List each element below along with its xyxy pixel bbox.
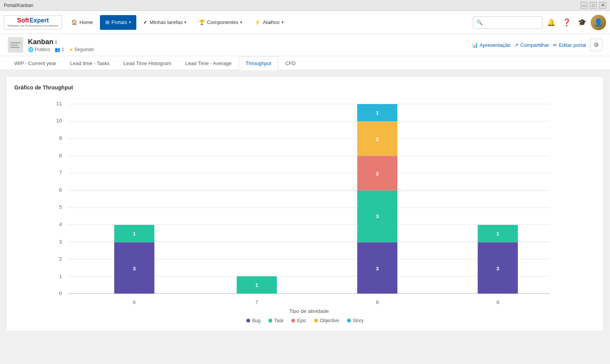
compartilhar-link[interactable]: ↗ Compartilhar bbox=[514, 42, 549, 48]
tab-wip-current-year[interactable]: WIP - Current year bbox=[8, 56, 63, 70]
public-label: Público bbox=[35, 47, 50, 52]
logo-soft: Soft bbox=[17, 17, 29, 24]
legend-bug-dot bbox=[246, 319, 250, 323]
svg-text:1: 1 bbox=[376, 110, 379, 116]
svg-text:2: 2 bbox=[376, 136, 379, 142]
svg-text:1: 1 bbox=[255, 282, 258, 288]
atalhos-button[interactable]: ⚡ Atalhos ▾ bbox=[249, 15, 289, 30]
minhas-tarefas-arrow: ▾ bbox=[184, 20, 186, 24]
chart-panel: Gráfico de Throughput bbox=[6, 76, 604, 331]
gear-icon: ⚙ bbox=[594, 41, 599, 48]
home-button[interactable]: 🏠 Home bbox=[66, 15, 98, 30]
svg-text:1: 1 bbox=[133, 231, 136, 237]
svg-text:0: 0 bbox=[59, 290, 62, 296]
bell-icon: 🔔 bbox=[547, 18, 555, 27]
svg-text:3: 3 bbox=[376, 213, 379, 219]
title-bar: Portal/Kanban — □ ✕ bbox=[0, 0, 610, 11]
apresentacao-link[interactable]: 📊 Apresentação bbox=[472, 42, 510, 48]
legend-task: Task bbox=[268, 318, 284, 323]
chart-legend: Bug Task Epic Objective Story bbox=[14, 318, 596, 323]
legend-epic: Epic bbox=[291, 318, 306, 323]
home-icon: 🏠 bbox=[71, 19, 77, 25]
followers-icon: 👥 bbox=[55, 47, 60, 52]
svg-text:2: 2 bbox=[376, 171, 379, 177]
legend-story-label: Story bbox=[353, 318, 364, 323]
graduation-icon: 🎓 bbox=[578, 18, 586, 27]
logo-tagline: Software for Performance Excellence bbox=[7, 24, 58, 27]
main-content: Gráfico de Throughput bbox=[0, 70, 610, 362]
followers-count: 1 bbox=[62, 47, 64, 52]
tab-lead-time-tasks[interactable]: Lead time - Tasks bbox=[64, 56, 116, 70]
componentes-label: Componentes bbox=[207, 19, 238, 25]
tabs-bar: WIP - Current year Lead time - Tasks Lea… bbox=[0, 56, 610, 70]
legend-story: Story bbox=[347, 318, 364, 323]
tab-throughput[interactable]: Throughput bbox=[239, 56, 278, 70]
chart-container: 0 1 2 3 4 5 6 7 8 9 10 11 3 1 bbox=[14, 97, 596, 323]
lightning-icon: ⚡ bbox=[254, 19, 261, 25]
minimize-button[interactable]: — bbox=[581, 2, 588, 9]
trophy-icon: 🏆 bbox=[199, 19, 205, 25]
portais-button[interactable]: ⊞ Portais ▾ bbox=[100, 15, 136, 30]
editar-portal-link[interactable]: ✏ Editar portal bbox=[553, 42, 586, 48]
tab-throughput-label: Throughput bbox=[246, 60, 271, 66]
tab-lead-time-average[interactable]: Lead Time - Average bbox=[179, 56, 238, 70]
componentes-arrow: ▾ bbox=[240, 20, 242, 24]
presentation-icon: 📊 bbox=[472, 42, 478, 48]
visibility-item: 🌐 Público bbox=[28, 47, 50, 52]
logo-area: Soft Expert Software for Performance Exc… bbox=[4, 15, 62, 29]
compartilhar-label: Compartilhar bbox=[520, 42, 549, 48]
kanban-icon-line-1 bbox=[10, 42, 21, 43]
help-button[interactable]: ❓ bbox=[560, 15, 574, 29]
search-input[interactable] bbox=[484, 19, 539, 25]
logo[interactable]: Soft Expert Software for Performance Exc… bbox=[4, 15, 62, 29]
svg-text:3: 3 bbox=[497, 266, 500, 271]
portais-label: Portais bbox=[112, 19, 127, 25]
svg-text:6: 6 bbox=[59, 187, 62, 193]
minhas-tarefas-button[interactable]: ✔ Minhas tarefas ▾ bbox=[138, 15, 192, 30]
atalhos-label: Atalhos bbox=[263, 19, 279, 25]
kanban-icon bbox=[8, 37, 23, 53]
check-icon: ✔ bbox=[143, 19, 148, 25]
sub-header-actions: 📊 Apresentação ↗ Compartilhar ✏ Editar p… bbox=[472, 39, 602, 51]
sub-header: Kanban ℹ 🌐 Público 👥 1 ★ Seguindo bbox=[0, 34, 610, 56]
svg-text:8: 8 bbox=[59, 153, 62, 158]
svg-text:9: 9 bbox=[497, 299, 500, 305]
notifications-button[interactable]: 🔔 bbox=[544, 15, 558, 29]
help-icon: ❓ bbox=[562, 18, 571, 27]
chart-title: Gráfico de Throughput bbox=[14, 84, 596, 91]
tab-histogram-label: Lead Time Histogram bbox=[124, 60, 172, 66]
kanban-icon-lines bbox=[10, 42, 21, 48]
minhas-tarefas-label: Minhas tarefas bbox=[149, 19, 182, 25]
tab-cfd[interactable]: CFD bbox=[279, 56, 302, 70]
chart-svg: 0 1 2 3 4 5 6 7 8 9 10 11 3 1 bbox=[14, 97, 596, 314]
graduation-button[interactable]: 🎓 bbox=[575, 15, 589, 29]
svg-text:10: 10 bbox=[56, 118, 62, 124]
close-button[interactable]: ✕ bbox=[599, 2, 606, 9]
search-box[interactable]: 🔍 bbox=[473, 16, 543, 29]
legend-task-label: Task bbox=[274, 318, 284, 323]
page-title: Kanban bbox=[28, 38, 53, 46]
componentes-button[interactable]: 🏆 Componentes ▾ bbox=[193, 15, 247, 30]
svg-text:1: 1 bbox=[59, 273, 62, 279]
portais-arrow: ▾ bbox=[129, 20, 131, 24]
star-icon: ★ bbox=[69, 47, 73, 52]
page-info: Kanban ℹ 🌐 Público 👥 1 ★ Seguindo bbox=[28, 38, 94, 52]
svg-text:7: 7 bbox=[255, 299, 258, 305]
share-icon: ↗ bbox=[514, 42, 519, 48]
legend-task-dot bbox=[268, 319, 272, 323]
meta-row: 🌐 Público 👥 1 ★ Seguindo bbox=[28, 47, 94, 52]
kanban-icon-line-3 bbox=[10, 47, 19, 48]
tab-wip-label: WIP - Current year bbox=[14, 60, 56, 66]
globe-icon: 🌐 bbox=[28, 47, 34, 52]
settings-button[interactable]: ⚙ bbox=[590, 39, 602, 51]
avatar[interactable]: 👤 bbox=[591, 15, 606, 30]
search-icon: 🔍 bbox=[476, 19, 483, 25]
maximize-button[interactable]: □ bbox=[590, 2, 597, 9]
tab-lead-time-histogram[interactable]: Lead Time Histogram bbox=[117, 56, 178, 70]
svg-text:Tipo de atividade: Tipo de atividade bbox=[289, 308, 329, 314]
svg-text:8: 8 bbox=[376, 299, 379, 305]
legend-objective-dot bbox=[314, 319, 318, 323]
portais-icon: ⊞ bbox=[105, 19, 110, 25]
apresentacao-label: Apresentação bbox=[479, 42, 510, 48]
kanban-title-area: Kanban ℹ 🌐 Público 👥 1 ★ Seguindo bbox=[8, 37, 94, 53]
